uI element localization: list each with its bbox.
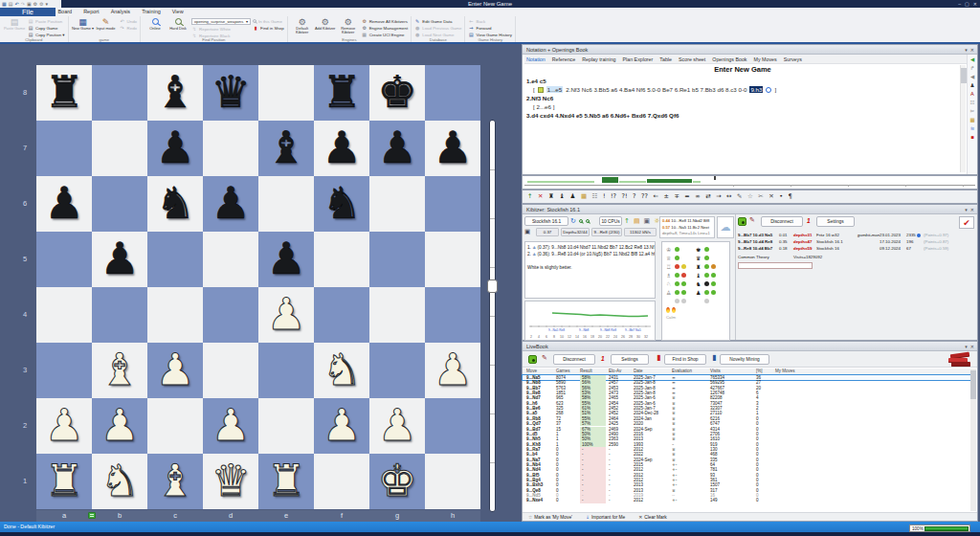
paste-game-button[interactable]: ▤Paste Game <box>3 17 26 37</box>
record-icon[interactable]: ▪ <box>970 135 974 141</box>
chess-piece-white-p-f2[interactable]: ♟ <box>314 398 369 454</box>
chess-piece-white-n-b1[interactable]: ♞ <box>92 454 147 509</box>
board-square-h4[interactable] <box>425 287 480 343</box>
chess-piece-black-k-g8[interactable]: ♚ <box>369 65 425 121</box>
chess-piece-black-p-b5[interactable]: ♟ <box>92 232 147 287</box>
column-header-mymoves[interactable]: My Moves <box>775 368 795 375</box>
current-move[interactable]: 9.h3 <box>749 86 763 93</box>
evaluation-profile[interactable] <box>522 175 978 190</box>
livebook-settings-button[interactable]: Settings <box>611 354 649 365</box>
connection-status-icon[interactable] <box>738 217 746 226</box>
one-engine-icon[interactable]: 1 <box>807 216 811 225</box>
variation-move-selected[interactable]: 1...e5 <box>546 86 563 93</box>
chess-piece-black-p-h7[interactable]: ♟ <box>425 121 480 176</box>
chess-piece-black-b-c8[interactable]: ♝ <box>147 65 203 121</box>
livebook-pen-icon[interactable]: ✎ <box>542 354 547 363</box>
annotation-symbol[interactable]: ↔ <box>726 193 731 200</box>
takeback-icon[interactable]: ◀ <box>970 57 974 63</box>
chess-piece-black-r-f8[interactable]: ♜ <box>314 65 369 121</box>
save-icon[interactable]: ▤ <box>9 2 13 7</box>
chess-piece-white-p-g2[interactable]: ♟ <box>369 398 425 454</box>
notation-tab-replay-training[interactable]: Replay training <box>582 55 615 63</box>
board-square-b8[interactable] <box>92 65 147 121</box>
chess-piece-white-b-c1[interactable]: ♝ <box>147 454 203 509</box>
annotation-symbol[interactable]: ♟ <box>570 193 576 200</box>
letscheck-result-row[interactable]: 9...Bb7 10.d3 Na50.01depth=31Fritz 16 w3… <box>736 233 980 239</box>
input-mode-button[interactable]: ✎Input mode <box>95 17 118 37</box>
column-header-games[interactable]: Games <box>556 368 570 375</box>
annotation-symbol[interactable]: ✕ <box>768 193 773 200</box>
main-move[interactable]: 2.Nf3 Nc6 <box>526 95 553 101</box>
engine-name-button[interactable]: Stockfish 16.1 <box>524 216 568 226</box>
panel-menu-icon[interactable]: ▾ <box>965 342 968 351</box>
annotation-symbol[interactable]: ¶ <box>789 193 792 200</box>
search-hard-disk-button[interactable]: Hard Disk <box>167 17 189 37</box>
livebook-find-in-shop-button[interactable]: Find in Shop <box>664 354 706 365</box>
chess-piece-white-k-g1[interactable]: ♚ <box>369 454 425 509</box>
notation-tab-reference[interactable]: Reference <box>552 55 575 63</box>
board-square-c4[interactable] <box>147 287 203 343</box>
annotation-symbol[interactable]: = <box>684 193 689 200</box>
in-this-game-button[interactable]: In this Game <box>253 18 284 24</box>
main-move[interactable]: 1.e4 c5 <box>526 78 546 84</box>
panel-menu-icon[interactable]: ▾ <box>965 45 968 55</box>
customize-toolbar-icon[interactable]: ▾ <box>46 2 49 7</box>
remove-all-kibitzers-button[interactable]: ⚙Remove All Kibitzers <box>362 18 409 24</box>
notation-tab-score-sheet[interactable]: Score sheet <box>679 55 705 63</box>
board-square-a5[interactable] <box>36 232 92 287</box>
chess-piece-white-p-h3[interactable]: ♟ <box>425 343 480 398</box>
chess-piece-black-p-f7[interactable]: ♟ <box>314 121 369 176</box>
annotation-symbol[interactable]: ☷ <box>592 193 598 200</box>
edit-game-data-button[interactable]: ✎Edit Game Data <box>414 18 461 24</box>
chess-piece-black-r-a8[interactable]: ♜ <box>36 65 92 121</box>
chess-piece-white-p-e4[interactable]: ♟ <box>258 287 314 343</box>
livebook-books-icon[interactable] <box>948 352 971 366</box>
search-preset-dropdown[interactable]: opening_surprise_weapons▾ <box>191 18 251 25</box>
chess-piece-black-p-g7[interactable]: ♟ <box>369 121 425 176</box>
annotation-symbol[interactable]: ♜ <box>548 193 554 200</box>
letscheck-disconnect-button[interactable]: Disconnect <box>761 216 803 227</box>
annotation-symbol[interactable]: ? <box>633 193 635 200</box>
close-button[interactable]: ✕ <box>973 0 977 8</box>
board-square-c5[interactable] <box>147 232 203 287</box>
board-icon[interactable]: ▦ <box>2 2 7 7</box>
board-square-b7[interactable] <box>92 121 147 176</box>
find-in-shop-button[interactable]: ▮Find in Shop <box>253 25 284 31</box>
repertoire-white-button[interactable]: ↯Repertoire White <box>191 26 251 32</box>
column-header-visits[interactable]: Visits <box>710 368 721 375</box>
ribbon-tab-report[interactable]: Report <box>78 8 105 16</box>
chess-piece-black-p-c7[interactable]: ♟ <box>147 121 203 176</box>
livebook-one-icon[interactable]: 1 <box>601 354 605 363</box>
column-header-move[interactable]: Move <box>526 368 537 375</box>
chess-piece-black-n-f6[interactable]: ♞ <box>314 176 369 232</box>
notation-grid-icon[interactable]: ☷ <box>970 100 975 106</box>
text-annotation-icon[interactable]: A <box>970 92 974 98</box>
arrow-up-icon[interactable]: ↑ <box>624 217 630 225</box>
annotation-symbol[interactable]: ☆ <box>747 193 753 200</box>
annotation-symbol[interactable]: ← <box>653 193 657 200</box>
letscheck-verified-icon[interactable]: ✔ <box>959 216 974 229</box>
chess-piece-white-p-c3[interactable]: ♟ <box>147 343 203 398</box>
board-square-c2[interactable] <box>147 398 203 454</box>
important-for-me-button[interactable]: ↓Important for Me <box>586 515 625 520</box>
column-header-eloav[interactable]: Elo-Av <box>609 368 621 375</box>
annotation-symbol[interactable]: • <box>779 193 783 200</box>
column-header-[interactable]: [%] <box>756 368 763 375</box>
forward-button[interactable]: →Forward <box>468 25 512 31</box>
chess-board[interactable]: ♜♝♛♜♚♝♟♟♟♟♟♞♟♞♟♟♟♝♟♞♟♟♟♟♟♟♜♞♝♛♜♚ <box>36 65 480 509</box>
annotation-symbol[interactable]: ?? <box>641 193 648 200</box>
letscheck-result-row[interactable]: 9...Re8 10.d4 Bb70.18depth=59Stockfish 1… <box>736 246 980 253</box>
annotation-symbol[interactable]: ↑ <box>527 193 532 200</box>
annotation-symbol[interactable]: ✕ <box>538 193 543 200</box>
chess-piece-black-p-e5[interactable]: ♟ <box>258 232 314 287</box>
clear-mark-button[interactable]: ✕Clear Mark <box>638 515 667 520</box>
annotation-symbol[interactable]: ♝ <box>559 193 565 200</box>
board-square-e6[interactable] <box>258 176 314 232</box>
pawn-icon[interactable]: ♟ <box>970 83 975 89</box>
board-square-a4[interactable] <box>36 287 92 343</box>
restart-engine-icon[interactable]: ↻ <box>570 217 576 225</box>
board-square-d3[interactable] <box>203 343 258 398</box>
panel-menu-icon[interactable]: ▾ <box>965 205 968 214</box>
analysis-pen-icon[interactable]: ✎ <box>749 216 755 225</box>
chess-piece-black-q-d8[interactable]: ♛ <box>203 65 258 121</box>
